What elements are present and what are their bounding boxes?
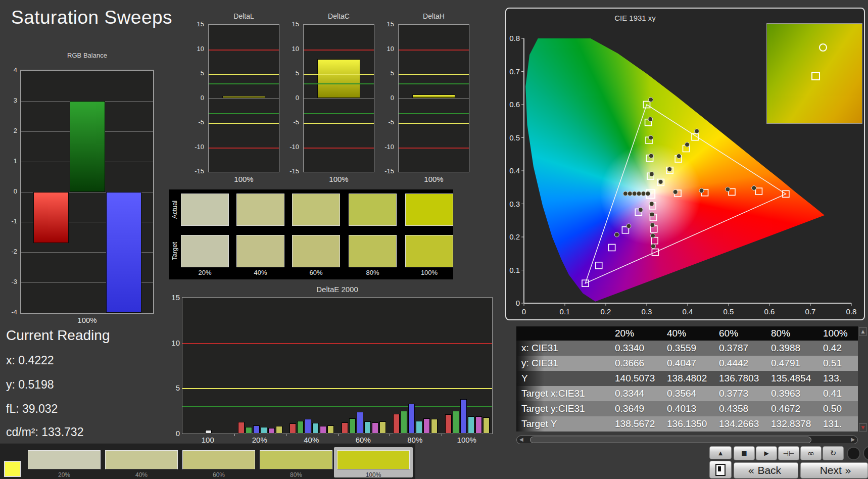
target-marker <box>609 244 615 251</box>
patch-tile-40%[interactable] <box>105 450 178 469</box>
play-icon: ▶ <box>764 450 768 457</box>
back-button[interactable]: « Back <box>734 462 798 478</box>
play-button[interactable]: ▶ <box>756 446 777 460</box>
delta-ytick: 15 <box>283 20 299 28</box>
deltae-bar <box>268 428 275 434</box>
infinity-icon: ∞ <box>807 448 814 458</box>
table-horizontal-scrollbar[interactable]: ◀ ▶ <box>516 436 858 444</box>
delta-title-DeltaH: DeltaH <box>380 12 487 20</box>
table-scroll-up-button[interactable]: ▲ <box>859 327 867 336</box>
reference-line <box>182 343 492 344</box>
reference-line <box>304 50 374 51</box>
zero-line <box>209 99 279 99</box>
table-cell: 0.3564 <box>662 386 714 401</box>
swatch-col-label: 80% <box>349 269 397 276</box>
patch-tile-100%[interactable] <box>337 450 410 469</box>
table-header-20%: 20% <box>610 326 662 341</box>
target-swatch-80% <box>349 235 397 267</box>
measured-marker <box>667 167 672 171</box>
measured-marker <box>650 212 654 217</box>
patch-tile-20%[interactable] <box>28 450 101 469</box>
source-status-button[interactable] <box>863 446 868 461</box>
refresh-icon: ↻ <box>830 449 837 458</box>
measured-marker <box>658 179 663 184</box>
patch-tile-label: 100% <box>337 471 410 478</box>
rgb-ytick: 4 <box>4 66 17 74</box>
table-row[interactable]: Target x:CIE310.33440.35640.37730.39630.… <box>516 386 858 401</box>
table-row[interactable]: Target y:CIE310.36490.40130.43580.46720.… <box>516 401 858 416</box>
refresh-button[interactable]: ↻ <box>823 446 844 460</box>
deltae-bar <box>468 416 474 434</box>
target-swatch-100% <box>405 235 453 267</box>
delta-ytick: -10 <box>188 143 204 151</box>
patch-tile-label: 80% <box>260 471 332 478</box>
table-cell: 0.51 <box>818 356 857 371</box>
stop-icon: ■ <box>741 450 747 457</box>
measured-marker <box>623 191 628 196</box>
rgb-balance-chart <box>20 70 154 314</box>
deltae-bar <box>238 422 245 434</box>
table-row[interactable]: Y140.5073138.4802136.7803135.4854133. <box>516 371 858 386</box>
table-cell: 140.5073 <box>610 371 662 386</box>
deltae-ytick: 0 <box>164 429 180 438</box>
table-row[interactable]: Target Y138.5672136.1350134.2663132.8378… <box>516 416 858 432</box>
delta-bar <box>317 59 360 99</box>
table-cell: 0.50 <box>818 401 857 416</box>
deltae-bar <box>431 419 438 434</box>
x-tick-label: 0.8 <box>846 307 857 316</box>
rgb-ytick: 3 <box>4 97 17 104</box>
deltae-bar <box>423 418 430 434</box>
page-title: Saturation Sweeps <box>11 7 172 28</box>
stop-button[interactable]: ■ <box>734 446 755 460</box>
deltae-group-label: 20% <box>234 436 286 444</box>
range-read-button[interactable]: ⊣⊢ <box>778 446 799 460</box>
deltae-bar <box>453 411 459 434</box>
panel-up-button[interactable]: ▲ <box>709 446 732 459</box>
scrollbar-thumb[interactable] <box>530 437 811 443</box>
pattern-window-button[interactable] <box>709 461 732 478</box>
deltae-bar <box>416 421 422 434</box>
meter-status-button[interactable] <box>847 447 860 460</box>
delta-ytick: 15 <box>378 20 394 28</box>
table-header-80%: 80% <box>766 326 818 341</box>
measured-marker <box>752 186 756 190</box>
continuous-read-button[interactable]: ∞ <box>800 446 822 460</box>
x-tick-label: 0.5 <box>724 307 734 316</box>
delta-ytick: -5 <box>283 118 299 126</box>
deltae-ytick: 5 <box>164 384 180 392</box>
deltae-bar <box>393 414 400 434</box>
table-row[interactable]: x: CIE310.33400.35590.37870.39880.42 <box>516 341 858 356</box>
measured-marker <box>628 191 632 196</box>
deltae-bar <box>305 419 311 434</box>
deltae-bar <box>372 422 378 434</box>
y-tick-label: 0.3 <box>509 200 520 208</box>
table-cell: 134.2663 <box>714 416 766 432</box>
delta-ytick: 0 <box>378 94 394 102</box>
patch-tile-60%[interactable] <box>182 450 255 469</box>
table-cell: 135.4854 <box>766 371 818 386</box>
target-swatch-40% <box>236 235 284 267</box>
delta-ytick: 0 <box>283 94 299 102</box>
delta-xlabel: 100% <box>208 175 279 183</box>
swatch-col-label: 20% <box>181 269 229 276</box>
rgb-ytick: -2 <box>4 248 17 255</box>
reference-line <box>209 148 279 149</box>
actual-target-swatch-panel: ActualTarget20%40%60%80%100% <box>169 189 453 279</box>
x-tick-label: 0 <box>522 307 526 316</box>
deltae-chart <box>182 297 493 434</box>
delta-ytick: 10 <box>283 45 299 53</box>
table-scroll-down-button[interactable]: ▼ <box>859 423 867 432</box>
delta-title-DeltaC: DeltaC <box>285 12 392 20</box>
deltae-bar <box>401 411 407 434</box>
rgb-bar-red <box>33 192 69 244</box>
next-button[interactable]: Next » <box>800 462 868 478</box>
patch-tile-label: 20% <box>28 471 101 478</box>
scroll-right-icon[interactable]: ▶ <box>851 437 855 442</box>
scroll-left-icon[interactable]: ◀ <box>519 437 523 442</box>
table-cell: 138.5672 <box>610 416 662 432</box>
rgb-ytick: 1 <box>4 157 17 165</box>
table-row[interactable]: y: CIE310.36660.40470.44420.47910.51 <box>516 356 858 371</box>
patch-tile-80%[interactable] <box>260 450 332 469</box>
rgb-balance-xlabel: 100% <box>20 316 154 324</box>
table-cell: 138.4802 <box>662 371 714 386</box>
